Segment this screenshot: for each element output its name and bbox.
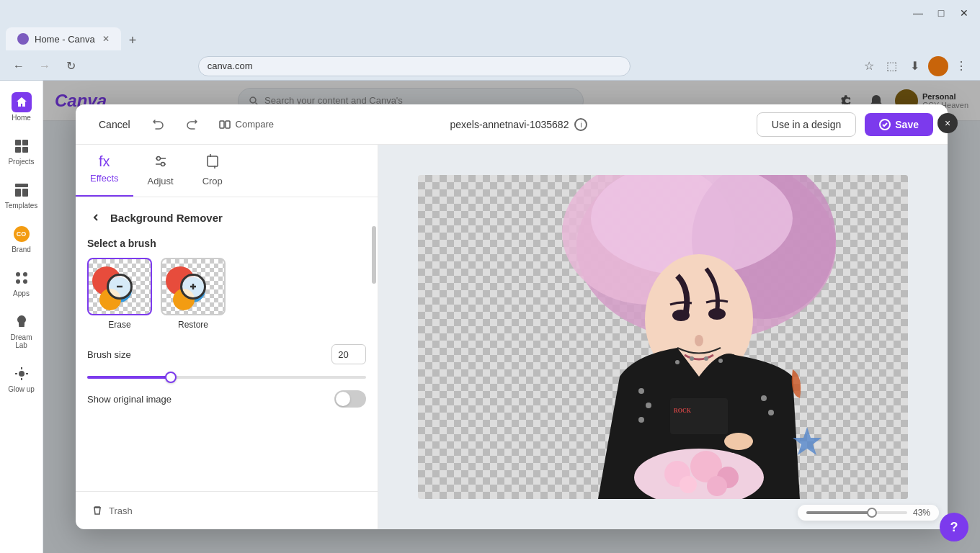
svg-point-38 (695, 335, 703, 346)
svg-point-57 (718, 359, 723, 363)
tab-favicon (17, 33, 29, 45)
svg-rect-5 (15, 189, 21, 197)
svg-point-55 (690, 356, 694, 361)
erase-brush-option[interactable]: Erase (87, 258, 152, 330)
new-tab-button[interactable]: + (122, 30, 143, 50)
sidebar-home-label: Home (12, 114, 31, 122)
svg-point-51 (680, 476, 697, 493)
scrollbar[interactable] (372, 197, 376, 491)
svg-point-24 (156, 157, 160, 161)
zoom-slider[interactable] (806, 511, 907, 514)
svg-point-43 (768, 410, 774, 415)
modal-overlay: Cancel Compare pexels-annetnavi-1035682 … (43, 81, 980, 553)
svg-point-52 (707, 476, 727, 496)
compare-label: Compare (236, 119, 274, 130)
menu-button[interactable]: ⋮ (951, 56, 971, 76)
undo-button[interactable] (148, 113, 171, 136)
sidebar-item-home[interactable]: Home (3, 86, 40, 127)
profile-button[interactable] (928, 56, 948, 76)
svg-point-37 (708, 308, 726, 320)
zoom-bar: 43% (798, 505, 939, 521)
svg-rect-4 (15, 184, 28, 187)
slider-track (87, 376, 366, 379)
checkmark-icon (879, 119, 891, 130)
svg-point-40 (646, 403, 651, 408)
tab-crop[interactable]: Crop (188, 145, 237, 197)
file-info: pexels-annetnavi-1035682 i (450, 118, 587, 131)
crop-icon (205, 153, 220, 173)
svg-point-42 (761, 395, 767, 401)
zoom-thumb[interactable] (867, 508, 877, 518)
modal-close-button[interactable]: × (937, 113, 958, 133)
info-button[interactable]: i (574, 118, 587, 131)
show-original-toggle[interactable] (334, 390, 366, 408)
tab-adjust-label: Adjust (148, 176, 174, 186)
close-x-icon: × (945, 117, 950, 129)
close-button[interactable]: ✕ (954, 3, 974, 23)
svg-rect-45 (670, 398, 728, 434)
reload-button[interactable]: ↻ (61, 56, 81, 76)
tab-effects-label: Effects (90, 173, 119, 184)
svg-rect-20 (226, 121, 230, 128)
use-in-design-button[interactable]: Use in a design (757, 112, 857, 137)
sidebar-item-dream-lab[interactable]: Dream Lab (3, 306, 40, 355)
modal-header: Cancel Compare pexels-annetnavi-1035682 … (76, 104, 948, 145)
svg-point-10 (23, 279, 27, 284)
back-arrow-icon (87, 209, 104, 226)
adjust-icon (153, 153, 169, 173)
svg-point-41 (638, 417, 644, 423)
sidebar-brand-label: Brand (12, 246, 31, 253)
cancel-button[interactable]: Cancel (90, 114, 139, 135)
redo-button[interactable] (179, 113, 202, 136)
forward-nav-button[interactable]: → (35, 56, 55, 76)
modal-body: fx Effects Adjust (76, 145, 948, 529)
tab-adjust[interactable]: Adjust (133, 145, 188, 197)
panel-content: Background Remover Select a brush (76, 197, 378, 491)
maximize-button[interactable]: □ (931, 3, 951, 23)
restore-brush-preview (161, 258, 226, 315)
svg-rect-11 (19, 325, 24, 327)
slider-thumb[interactable] (165, 372, 177, 383)
trash-button[interactable]: Trash (87, 500, 366, 521)
back-nav-button[interactable]: ← (9, 56, 29, 76)
sidebar-item-templates[interactable]: Templates (3, 174, 40, 215)
extensions-button[interactable]: ⬚ (882, 56, 902, 76)
left-sidebar: Home Projects Templates CO Brand (0, 81, 43, 553)
minimize-button[interactable]: — (908, 3, 928, 23)
tab-close-button[interactable]: ✕ (102, 34, 110, 44)
sidebar-dream-lab-label: Dream Lab (6, 333, 37, 349)
zoom-fill (806, 511, 872, 514)
help-button[interactable]: ? (940, 513, 968, 541)
tab-effects[interactable]: fx Effects (76, 145, 133, 197)
compare-button[interactable]: Compare (211, 114, 281, 135)
bookmark-button[interactable]: ☆ (859, 56, 879, 76)
sidebar-item-apps[interactable]: Apps (3, 262, 40, 303)
restore-brush-option[interactable]: Restore (161, 258, 226, 330)
brush-size-slider[interactable] (87, 376, 366, 379)
download-button[interactable]: ⬇ (905, 56, 925, 76)
trash-icon (92, 505, 103, 516)
editor-modal: Cancel Compare pexels-annetnavi-1035682 … (76, 104, 948, 529)
svg-point-25 (161, 163, 164, 166)
back-button[interactable]: Background Remover (87, 209, 366, 226)
brush-size-row: Brush size (87, 344, 366, 364)
tab-crop-label: Crop (202, 176, 223, 186)
home-icon (12, 92, 32, 112)
apps-icon (12, 268, 32, 288)
sidebar-item-glow-up[interactable]: Glow up (3, 358, 40, 399)
brush-size-input[interactable] (331, 344, 366, 364)
sidebar-glow-up-label: Glow up (8, 385, 35, 393)
image-canvas: ROCK (418, 175, 908, 499)
tabs-bar: fx Effects Adjust (76, 145, 378, 197)
browser-tab[interactable]: Home - Canva ✕ (6, 27, 121, 50)
sidebar-item-projects[interactable]: Projects (3, 130, 40, 171)
restore-label: Restore (178, 320, 208, 330)
save-button[interactable]: Save (865, 113, 933, 136)
erase-label: Erase (108, 320, 130, 330)
svg-rect-2 (15, 147, 21, 153)
address-bar-input[interactable]: canva.com (198, 56, 631, 76)
sidebar-item-brand[interactable]: CO Brand (3, 218, 40, 259)
svg-text:ROCK: ROCK (674, 408, 692, 414)
sidebar-templates-label: Templates (5, 202, 38, 210)
sidebar-apps-label: Apps (13, 289, 30, 297)
